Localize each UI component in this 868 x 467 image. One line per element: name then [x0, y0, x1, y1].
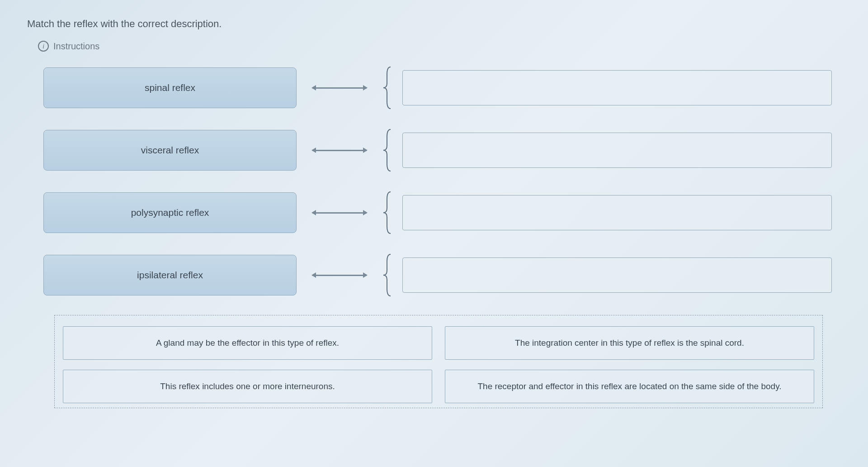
term-ipsilateral-reflex[interactable]: ipsilateral reflex	[43, 255, 297, 295]
answer-option[interactable]: The receptor and effector in this reflex…	[445, 370, 814, 403]
arrow-connector-icon	[306, 275, 373, 276]
term-polysynaptic-reflex[interactable]: polysynaptic reflex	[43, 192, 297, 233]
answer-bank: A gland may be the effector in this type…	[54, 315, 823, 408]
term-visceral-reflex[interactable]: visceral reflex	[43, 130, 297, 171]
answer-option[interactable]: A gland may be the effector in this type…	[63, 326, 432, 360]
instructions-label: Instructions	[53, 41, 99, 52]
question-prompt: Match the reflex with the correct descri…	[27, 18, 841, 30]
match-row: spinal reflex	[43, 65, 841, 110]
arrow-connector-icon	[306, 87, 373, 89]
answer-option[interactable]: This reflex includes one or more interne…	[63, 370, 432, 403]
match-row: polysynaptic reflex	[43, 190, 841, 235]
brace-icon	[382, 128, 393, 173]
info-icon: i	[38, 41, 49, 52]
answer-option[interactable]: The integration center in this type of r…	[445, 326, 814, 360]
brace-icon	[382, 253, 393, 298]
drop-target[interactable]	[402, 133, 832, 168]
match-row: visceral reflex	[43, 128, 841, 173]
instructions-link[interactable]: i Instructions	[38, 41, 841, 52]
brace-icon	[382, 190, 393, 235]
match-row: ipsilateral reflex	[43, 253, 841, 298]
term-spinal-reflex[interactable]: spinal reflex	[43, 67, 297, 108]
brace-icon	[382, 65, 393, 110]
drop-target[interactable]	[402, 195, 832, 230]
arrow-connector-icon	[306, 150, 373, 151]
drop-target[interactable]	[402, 70, 832, 105]
drop-target[interactable]	[402, 257, 832, 293]
arrow-connector-icon	[306, 212, 373, 214]
matching-area: spinal reflex visceral reflex polysynapt…	[27, 65, 841, 298]
